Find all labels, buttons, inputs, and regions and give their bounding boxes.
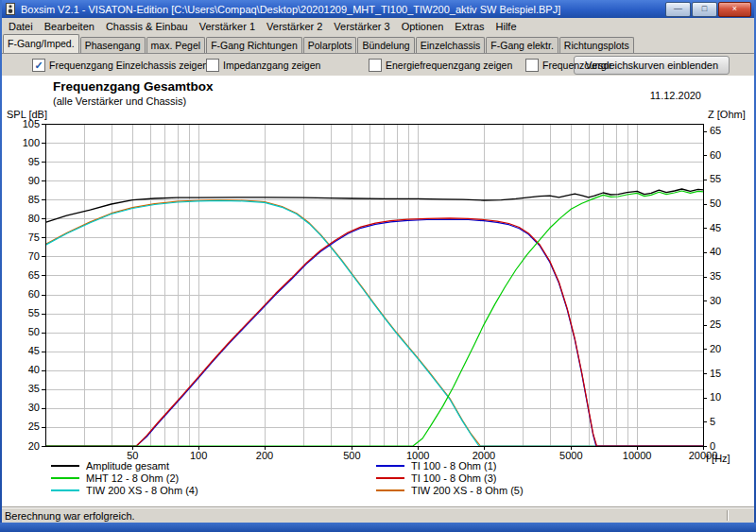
tab-f-gang-elektr[interactable]: F-Gang elektr. (486, 37, 558, 53)
svg-text:30: 30 (710, 295, 721, 306)
legend-line-swatch (376, 489, 404, 491)
menu-item-datei[interactable]: Datei (3, 20, 39, 33)
legend-line-swatch (51, 489, 79, 491)
menu-item-bearbeiten[interactable]: Bearbeiten (39, 20, 100, 33)
legend-label: MHT 12 - 8 Ohm (2) (86, 472, 179, 484)
menu-bar: DateiBearbeitenChassis & EinbauVerstärke… (0, 18, 756, 34)
checkbox-checked-icon[interactable]: ✓ (32, 59, 45, 72)
checkbox-label: Impedanzgang zeigen (223, 60, 320, 71)
series-curves (45, 189, 703, 446)
legend-item-tiw-200-xs-8-ohm-5: TIW 200 XS - 8 Ohm (5) (376, 485, 524, 496)
menu-item-hilfe[interactable]: Hilfe (490, 20, 523, 33)
svg-text:20: 20 (710, 343, 721, 354)
chart-date: 11.12.2020 (650, 90, 701, 101)
svg-text:200: 200 (256, 450, 273, 461)
tab-max-pegel[interactable]: max. Pegel (146, 37, 206, 53)
svg-text:500: 500 (343, 450, 360, 461)
menu-item-verstärker-2[interactable]: Verstärker 2 (261, 20, 328, 33)
svg-text:5000: 5000 (559, 450, 582, 461)
checkbox-impedanzgang-zeigen[interactable]: Impedanzgang zeigen (206, 59, 320, 72)
svg-text:100: 100 (23, 137, 40, 148)
svg-text:25: 25 (710, 318, 721, 330)
svg-text:30: 30 (28, 402, 40, 413)
legend-column-left: Amplitude gesamtMHT 12 - 8 Ohm (2)TIW 20… (51, 460, 198, 496)
svg-text:25: 25 (28, 420, 40, 432)
checkbox-frequenzgang-einzelchassis-zeigen[interactable]: ✓Frequenzgang Einzelchassis zeigen (32, 59, 208, 72)
legend-label: Amplitude gesamt (86, 460, 169, 472)
menu-item-optionen[interactable]: Optionen (396, 20, 450, 33)
window-title: Boxsim V2.1 - VISATON-Edition [C:\Users\… (21, 4, 560, 15)
status-bar: Berechnung war erfolgreich. (0, 507, 756, 523)
svg-text:55: 55 (28, 307, 40, 318)
legend-line-swatch (51, 465, 79, 467)
svg-text:60: 60 (710, 149, 721, 161)
svg-text:45: 45 (710, 222, 721, 233)
checkbox-energiefrequenzgang-zeigen[interactable]: Energiefrequenzgang zeigen (369, 59, 512, 72)
legend-line-swatch (51, 477, 79, 479)
title-bar[interactable]: Boxsim V2.1 - VISATON-Edition [C:\Users\… (0, 0, 756, 18)
tab-polarplots[interactable]: Polarplots (303, 37, 357, 53)
legend-item-ti-100-8-ohm-3: TI 100 - 8 Ohm (3) (376, 472, 524, 484)
app-icon (5, 3, 17, 15)
checkbox-label: Frequenzcursor (542, 60, 612, 71)
window-frame-left (0, 0, 2, 532)
svg-text:35: 35 (710, 270, 721, 282)
tab-strip: F-Gang/Imped.Phasengangmax. PegelF-Gang … (0, 34, 756, 53)
tab-richtungsplots[interactable]: Richtungsplots (559, 37, 634, 53)
svg-text:45: 45 (28, 345, 40, 356)
app-window: Boxsim V2.1 - VISATON-Edition [C:\Users\… (0, 0, 756, 532)
series-ti-100-8-ohm-3 (45, 218, 703, 446)
frequency-response-plot: 1051009590858075706560555045403530252065… (0, 76, 756, 507)
checkbox-frequenzcursor[interactable]: Frequenzcursor (525, 59, 612, 72)
maximize-button[interactable]: □ (692, 2, 717, 17)
legend-label: TIW 200 XS - 8 Ohm (5) (411, 485, 524, 496)
svg-text:60: 60 (28, 288, 40, 300)
svg-text:35: 35 (28, 383, 40, 394)
menu-item-verstärker-3[interactable]: Verstärker 3 (328, 20, 395, 33)
svg-text:40: 40 (710, 246, 721, 257)
tab-einzelchassis[interactable]: Einzelchassis (416, 37, 486, 53)
legend-label: TI 100 - 8 Ohm (3) (411, 472, 496, 484)
menu-item-verstärker-1[interactable]: Verstärker 1 (194, 20, 261, 33)
tab-f-gang-richtungen[interactable]: F-Gang Richtungen (206, 37, 302, 53)
svg-text:55: 55 (710, 173, 721, 184)
menu-item-extras[interactable]: Extras (449, 20, 490, 33)
checkbox-empty-icon[interactable] (525, 59, 539, 72)
y-axis-right-title: Z [Ohm] (708, 109, 746, 120)
legend-item-amplitude-gesamt: Amplitude gesamt (51, 460, 198, 472)
grid-lines (45, 124, 703, 446)
svg-text:10: 10 (710, 391, 721, 403)
svg-text:50: 50 (710, 197, 721, 209)
svg-text:75: 75 (28, 232, 40, 243)
minimize-button[interactable]: — (665, 2, 691, 17)
plot-border (46, 125, 704, 447)
checkbox-label: Frequenzgang Einzelchassis zeigen (49, 60, 208, 71)
checkbox-empty-icon[interactable] (369, 59, 382, 72)
y-axis-left-title: SPL [dB] (7, 109, 47, 120)
svg-text:5: 5 (710, 416, 715, 427)
svg-text:65: 65 (28, 269, 40, 281)
svg-text:70: 70 (28, 250, 40, 262)
svg-text:85: 85 (28, 194, 40, 205)
legend-label: TI 100 - 8 Ohm (1) (411, 460, 496, 472)
legend-item-ti-100-8-ohm-1: TI 100 - 8 Ohm (1) (376, 460, 524, 472)
svg-text:80: 80 (28, 213, 40, 224)
tab-bündelung[interactable]: Bündelung (357, 37, 414, 53)
svg-text:95: 95 (28, 156, 40, 167)
close-button[interactable]: × (718, 2, 751, 17)
legend-label: TIW 200 XS - 8 Ohm (4) (86, 485, 198, 496)
status-text: Berechnung war erfolgreich. (5, 510, 135, 522)
series-mht-12-8-ohm-2 (45, 191, 703, 446)
menu-item-chassis-einbau[interactable]: Chassis & Einbau (100, 20, 194, 33)
checkbox-empty-icon[interactable] (206, 59, 219, 72)
svg-text:90: 90 (28, 175, 40, 186)
legend-line-swatch (376, 477, 404, 479)
tab-phasengang[interactable]: Phasengang (80, 37, 146, 53)
chart-title: Frequenzgang Gesamtbox (53, 79, 214, 94)
tab-f-gang-imped[interactable]: F-Gang/Imped. (3, 34, 79, 53)
window-controls: —□× (665, 2, 751, 17)
chart-area: 1051009590858075706560555045403530252065… (0, 76, 756, 507)
legend-item-mht-12-8-ohm-2: MHT 12 - 8 Ohm (2) (51, 472, 198, 484)
svg-text:40: 40 (28, 364, 40, 375)
svg-text:65: 65 (710, 125, 721, 136)
